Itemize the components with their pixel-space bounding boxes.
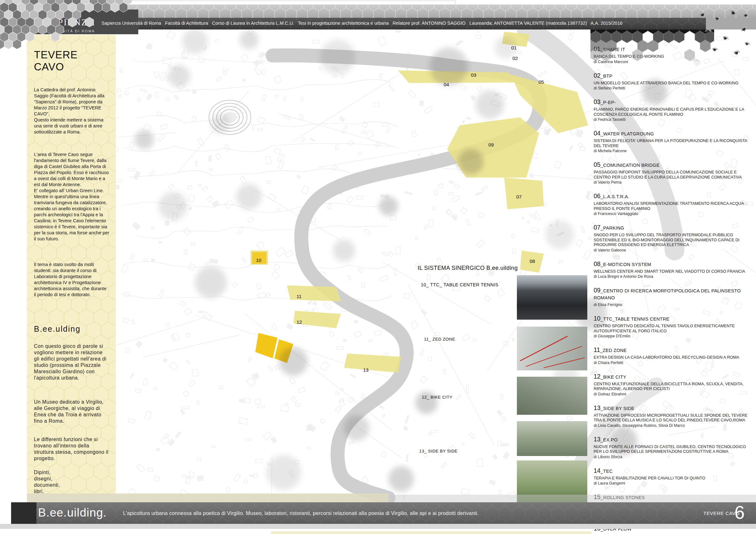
- project-number: 07: [594, 224, 601, 231]
- project-author: di Valerio Galeone: [594, 248, 753, 253]
- project-author: di Giuseppe D'Emilio: [594, 334, 753, 339]
- map-label-2: 11_ ZED ZONE: [424, 337, 455, 341]
- project-code: _P-EP-: [601, 100, 616, 105]
- map-label-4: 13_ SIDE BY SIDE: [419, 449, 458, 453]
- project-number: 10: [594, 315, 601, 322]
- project-code: _TTC_TABLE TENNIS CENTRE: [601, 316, 669, 322]
- project-item: 13_SIDE BY SIDEATTIVAZIONE DIPROCESSI MI…: [594, 405, 753, 428]
- project-item: 12_BIKE CITYCENTRO MULTIFUNZIONALE DELLA…: [594, 373, 753, 397]
- dark-hex-band: [590, 28, 714, 61]
- project-item: 13_EX.PONUOVE FONTE ALLE FORNACI DI CAST…: [594, 436, 753, 460]
- project-author: di Francesco Vantaggiato: [594, 211, 753, 216]
- bottom-light-strip: [0, 524, 756, 529]
- project-description: CENTRO SPORTIVO DEDICATO AL TENNIS TAVOL…: [594, 323, 752, 333]
- project-author: di Elisa Ferrigno: [594, 302, 753, 307]
- project-number: 06: [594, 193, 601, 200]
- pre-footer-strip-cream: [27, 494, 389, 502]
- project-code: _SIDE BY SIDE: [601, 406, 634, 411]
- project-code: _WATER PLATGROUNG: [601, 131, 654, 136]
- project-description: ATTIVAZIONE DIPROCESSI MICROPROGETTUALI …: [594, 413, 752, 423]
- masterplan-lines: [517, 327, 587, 370]
- bee-icons: [696, 8, 756, 64]
- project-description: WELLNESS CENTER AND SMART TOWER NEL VIAD…: [594, 269, 752, 274]
- project-description: EXTRA DESIGN LA CASA-LABORATORIO DEL REC…: [594, 355, 752, 360]
- project-code: _BIKE CITY: [601, 375, 626, 380]
- project-author: di Fedrica Tassetti: [594, 117, 753, 122]
- project-author: di Stefano Perfetti: [594, 86, 753, 91]
- project-author: di Michela Falcone: [594, 148, 753, 153]
- next-board-edge: [271, 531, 591, 534]
- sidebar-functions: Le differenti funzioni che si trovano al…: [34, 436, 109, 462]
- project-author: di Valerio Perna: [594, 180, 753, 185]
- footer-left-square: [11, 502, 37, 526]
- page-number: 6: [735, 502, 744, 523]
- project-number: 05: [594, 161, 601, 168]
- project-item: 14_TECTERAPIA E RIABILITAZIONE PER CAVAL…: [594, 467, 753, 486]
- sidebar-wordplay: Con questo gioco di parole si vogliono m…: [34, 343, 109, 381]
- project-item: 07_PARKINGSNODO PER LO SVILUPPO DEL TRAS…: [594, 224, 753, 253]
- map-marker-01: 01: [511, 45, 517, 51]
- project-number: 04: [594, 130, 601, 137]
- map-marker-09: 09: [488, 142, 494, 148]
- project-number: 08: [594, 260, 601, 267]
- project-code: _L.A.S.T.R.A.: [601, 194, 630, 199]
- sidebar-exhibit-list: Dipinti, disegni, documenti, libri, mone…: [34, 469, 109, 495]
- project-description: UN MODELLO SOCIALE ATTRAVERSO BANCA DEL …: [594, 81, 752, 86]
- project-description: TERAPIA E RIABILITAZIONE PER CAVALLI TOR…: [594, 476, 752, 481]
- map-marker-11: 11: [296, 294, 302, 299]
- project-code: _EX.PO: [601, 437, 618, 442]
- project-description: NUOVE FONTE ALLE FORNACI DI CASTEL GIUBI…: [594, 444, 752, 454]
- sidebar: TEVERE CAVO La Cattedra del prof. Antoni…: [27, 35, 116, 495]
- project-author: di Liborio Sforza: [594, 454, 753, 460]
- project-description: LABORATORIO ANALISI SPERIMENTAZIONE TRAT…: [594, 201, 752, 211]
- project-description: FLAMINIO, PARCO ENERGIE RINNOVABILI E CA…: [594, 107, 752, 117]
- project-code: _PARKING: [601, 226, 624, 230]
- project-code: _ZED ZONE: [600, 348, 627, 353]
- project-item: 08_E-MOTICON SYSTEMWELLNESS CENTER AND S…: [594, 261, 753, 280]
- project-description: PASSAGGIO INFOPOINT SVILUPPPO DELLA COMU…: [594, 170, 752, 179]
- project-code: _BTP: [601, 73, 612, 79]
- footer-brand: B.ee.uilding.: [38, 506, 107, 520]
- map-marker-05: 05: [538, 79, 544, 85]
- project-author: di Chiara Perfetti: [594, 360, 753, 365]
- photo-masterplan-red-lines: [517, 327, 587, 370]
- sidebar-theme: Il tema è stato svolto da molti studenti…: [34, 262, 109, 298]
- header-info-line: Sapienza Università di Roma Facoltà di A…: [101, 21, 702, 26]
- project-item: 06_L.A.S.T.R.A.LABORATORIO ANALISI SPERI…: [594, 193, 753, 216]
- map-marker-13: 13: [363, 367, 368, 373]
- project-item: 04_WATER PLATGROUNGSISTEMA DI FELICITA' …: [594, 130, 753, 153]
- project-number: 12: [594, 373, 601, 380]
- beeulding-heading: B.ee.ulding: [34, 324, 109, 334]
- presentation-board: 010203040509071008111213IL SISTEMA SINER…: [0, 0, 756, 534]
- project-author: di Livia Cavallo, Giuseppina Rubino, Sil…: [594, 423, 753, 428]
- map-marker-08: 08: [529, 258, 535, 264]
- project-number: 03: [594, 98, 601, 105]
- project-description: CENTRO MULTIFUNZIONALE DELLA BICICLETTA …: [594, 382, 752, 391]
- project-item: 10_TTC_TABLE TENNIS CENTRECENTRO SPORTIV…: [594, 315, 753, 339]
- hex-cluster-decoration: [0, 0, 149, 54]
- photo-river-render: [517, 421, 587, 456]
- project-code: _CENTRO DI RICERCA MORFOTIPOLOGICA DEL P…: [594, 288, 741, 300]
- project-item: 09_CENTRO DI RICERCA MORFOTIPOLOGICA DEL…: [594, 287, 753, 307]
- project-author: di Laura Gangemi: [594, 481, 753, 486]
- project-code: _TEC: [601, 469, 613, 474]
- project-description: SNODO PER LO SVILUPPO DEL TRASPORTO INTE…: [594, 232, 752, 247]
- project-code: _COMUNICATION BRIDGE: [601, 163, 660, 168]
- map-marker-10: 10: [256, 257, 261, 263]
- footer-tagline: L'apicoltura urbana connessa alla poetic…: [123, 510, 479, 516]
- map-marker-03: 03: [471, 72, 476, 78]
- map-marker-07: 07: [516, 194, 522, 200]
- photo-render-dark-structure: [517, 275, 587, 320]
- map-label-3: 12_ BIKE CITY: [422, 395, 452, 400]
- map-label-1: 10_ TTC_ TABLE CENTER TENNIS: [421, 282, 499, 287]
- sidebar-intro: La Cattedra del prof. Antonino Saggio (F…: [34, 87, 109, 135]
- project-description: SISTEMA DI FELICITA' URBANA PER LA FITOD…: [594, 138, 752, 148]
- project-number: 11: [594, 346, 600, 353]
- project-code: _E-MOTICON SYSTEM: [601, 262, 651, 267]
- project-number: 14: [594, 467, 601, 474]
- project-number: 13: [594, 436, 601, 443]
- map-marker-04: 04: [444, 82, 449, 88]
- project-author: di Luca Bregni e Antonio De Rosa: [594, 274, 753, 279]
- project-item: 02_BTPUN MODELLO SOCIALE ATTRAVERSO BANC…: [594, 72, 753, 91]
- project-author: di Golnaz Ebrahmi: [594, 392, 753, 397]
